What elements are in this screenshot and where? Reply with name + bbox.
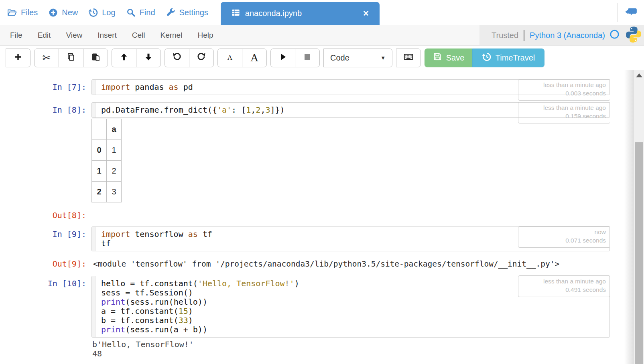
undo-icon <box>172 52 182 63</box>
menu-cell[interactable]: Cell <box>124 31 153 40</box>
nav-item-new[interactable]: New <box>43 4 83 21</box>
nav-item-label: Find <box>140 8 155 17</box>
undo-button[interactable] <box>165 49 189 67</box>
font-large-icon: A <box>250 51 258 64</box>
cell-type-select[interactable]: Code ▼ <box>323 49 392 67</box>
out-prompt: Out[8]: <box>0 208 91 220</box>
folder-open-icon <box>7 7 17 18</box>
code-line: import pandas as pd <box>101 83 193 92</box>
notebook: In [7]:import pandas as pdless than a mi… <box>0 70 634 358</box>
trusted-label: Trusted <box>492 31 518 40</box>
redo-button[interactable] <box>189 49 214 67</box>
cell-input: import tensorflow as tftfnow0.071 second… <box>91 226 610 251</box>
out-prompt: Out[9]: <box>0 256 91 269</box>
exec-time-badge: now0.071 seconds <box>518 226 610 248</box>
cell-row: In [9]:import tensorflow as tftfnow0.071… <box>0 226 634 251</box>
code-text[interactable]: import pandas as pd <box>95 80 199 95</box>
wrench-icon <box>166 8 176 18</box>
copy-cell-button[interactable] <box>59 49 83 67</box>
table-header-cell: a <box>107 119 122 140</box>
font-small-icon: A <box>228 54 232 62</box>
code-text[interactable]: import tensorflow as tftf <box>95 227 218 251</box>
cell-gutter <box>92 80 95 95</box>
menu-edit[interactable]: Edit <box>30 31 59 40</box>
table-header-cell <box>92 119 107 140</box>
table-value-cell: 2 <box>107 161 122 182</box>
timetravel-label: TimeTravel <box>496 53 535 63</box>
table-index-cell: 2 <box>92 182 107 202</box>
table-value-cell: 1 <box>107 140 122 161</box>
search-icon <box>126 8 136 18</box>
nav-item-find[interactable]: Find <box>121 4 160 21</box>
floppy-disk-icon <box>433 52 442 63</box>
code-line: pd.DataFrame.from_dict({'a': [1,2,3]}) <box>101 105 285 115</box>
move-cell-up-button[interactable] <box>112 49 136 67</box>
table-row: 12 <box>92 161 122 182</box>
kernel-selector[interactable]: Python 3 (Anaconda) <box>530 29 620 41</box>
redo-icon <box>197 52 206 63</box>
arrow-down-icon <box>144 52 153 63</box>
file-tab-anaconda-ipynb[interactable]: anaconda.ipynb ✕ <box>221 2 380 25</box>
run-cell-button[interactable] <box>270 49 295 67</box>
notebook-file-icon <box>231 8 240 19</box>
increase-font-button[interactable]: A <box>242 49 267 67</box>
timetravel-button[interactable]: TimeTravel <box>472 49 544 67</box>
dataframe-table: a011223 <box>91 119 122 202</box>
table-index-cell: 1 <box>92 161 107 182</box>
table-row: 01 <box>92 140 122 161</box>
chat-toggle-button[interactable] <box>622 6 644 19</box>
insert-cell-button[interactable] <box>6 49 30 67</box>
menu-view[interactable]: View <box>58 31 90 40</box>
nav-item-label: Log <box>102 8 115 17</box>
python-logo-icon <box>625 26 642 45</box>
keyboard-shortcuts-button[interactable] <box>396 49 421 67</box>
nav-item-label: Files <box>21 8 38 17</box>
code-text[interactable]: pd.DataFrame.from_dict({'a': [1,2,3]}) <box>95 103 291 117</box>
chat-bubble-icon <box>625 12 638 18</box>
history-icon <box>482 52 492 64</box>
notebook-toolbar: ✂ A A Code ▼ Save TimeTravel <box>0 46 644 70</box>
code-line: print(sess.run(hello)) <box>101 297 299 307</box>
code-text[interactable]: hello = tf.constant('Hello, TensorFlow!'… <box>95 276 305 337</box>
code-line: import tensorflow as tf <box>101 230 212 239</box>
scroll-up-arrow-icon[interactable] <box>636 73 642 77</box>
cut-cell-button[interactable]: ✂ <box>34 49 59 67</box>
menu-file[interactable]: File <box>2 31 30 40</box>
nav-item-settings[interactable]: Settings <box>160 4 213 21</box>
output-text: <module 'tensorflow' from '/projects/ana… <box>91 256 559 269</box>
scrollbar-thumb[interactable] <box>635 142 643 364</box>
code-line: print(sess.run(a + b)) <box>101 325 299 334</box>
exec-time-badge: less than a minute ago0.491 seconds <box>518 275 610 297</box>
arrow-up-icon <box>119 52 129 63</box>
tab-close-icon[interactable]: ✕ <box>363 9 369 18</box>
menu-insert[interactable]: Insert <box>90 31 124 40</box>
cell-gutter <box>92 227 95 251</box>
history-icon <box>88 8 98 18</box>
menu-kernel[interactable]: Kernel <box>152 31 190 40</box>
code-line: tf <box>101 239 212 248</box>
stop-button[interactable] <box>295 49 320 67</box>
plus-circle-icon <box>48 8 58 18</box>
copy-icon <box>66 52 76 63</box>
nav-item-files[interactable]: Files <box>2 4 43 21</box>
in-prompt: In [7]: <box>0 79 91 92</box>
save-button[interactable]: Save <box>425 49 473 67</box>
play-icon <box>278 52 288 63</box>
move-cell-down-button[interactable] <box>136 49 161 67</box>
paste-cell-button[interactable] <box>83 49 108 67</box>
scrollbar[interactable] <box>634 70 644 364</box>
kernel-name-label: Python 3 (Anaconda) <box>530 31 605 40</box>
kernel-busy-circle-icon <box>609 29 620 41</box>
tab-title: anaconda.ipynb <box>245 9 302 18</box>
paste-icon <box>91 52 100 63</box>
decrease-font-button[interactable]: A <box>217 49 242 67</box>
cell-input: hello = tf.constant('Hello, TensorFlow!'… <box>91 276 610 338</box>
kernel-status-area: Trusted Python 3 (Anaconda) <box>479 25 644 45</box>
menu-bar: File Edit View Insert Cell Kernel Help T… <box>0 25 644 46</box>
nav-item-log[interactable]: Log <box>83 4 120 21</box>
table-value-cell: 3 <box>107 182 122 202</box>
cell-row: In [8]:pd.DataFrame.from_dict({'a': [1,2… <box>0 102 634 118</box>
top-nav-right <box>617 0 644 25</box>
menu-help[interactable]: Help <box>190 31 221 40</box>
nav-item-label: New <box>62 8 78 17</box>
